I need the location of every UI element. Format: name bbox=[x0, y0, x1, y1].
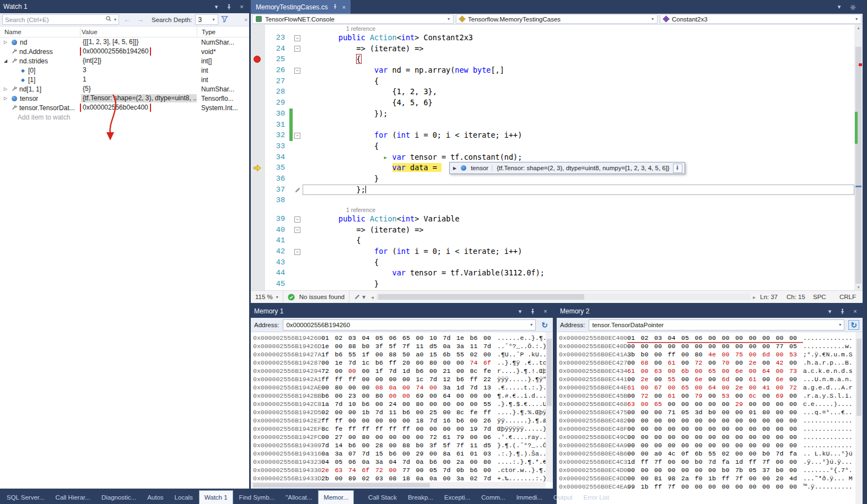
taskbar-tab-watch-1[interactable]: Watch 1 bbox=[199, 490, 233, 504]
code-line-34[interactable]: 34 ▸ var tensor = tf.constant(nd); bbox=[251, 152, 854, 163]
codelens[interactable]: 1 reference bbox=[251, 25, 854, 32]
chevron-down-icon[interactable]: ▾ bbox=[516, 307, 524, 316]
breakpoint-icon[interactable] bbox=[254, 56, 261, 63]
watch-row[interactable]: ▷nd{[[1, 2, 3], [4, 5, 6]]}NumShar... bbox=[0, 37, 249, 47]
code-cleanup-icon[interactable]: ▾ bbox=[349, 293, 370, 301]
memory-row[interactable]: 0x000002556B1942AE00800000080a0074003a1d… bbox=[253, 383, 545, 392]
memory-row[interactable]: 0x000002556B0EC47500000071053db000000180… bbox=[559, 408, 855, 416]
taskbar-tab-autos[interactable]: Autos bbox=[142, 490, 168, 504]
code-line-37[interactable]: 37 }; bbox=[251, 185, 854, 196]
memory-row[interactable]: 0x000002556B0EC4A90000000000000000000000… bbox=[559, 441, 855, 449]
issues-label[interactable]: No issues found bbox=[295, 291, 349, 303]
column-header-type[interactable]: Type bbox=[197, 26, 249, 37]
watch-value[interactable]: {5} bbox=[81, 85, 93, 93]
codelens[interactable]: 1 reference bbox=[251, 206, 854, 214]
memory1-hscrollbar[interactable] bbox=[251, 482, 546, 489]
code-area[interactable]: 1 reference23− public Action<int> Consta… bbox=[251, 25, 863, 290]
memory-row[interactable]: 0x000002556B0EC434610063006b0065006e0064… bbox=[559, 367, 855, 375]
debugger-datatip[interactable]: ▶ tensor {tf.Tensor: shape=(2, 3), dtype… bbox=[449, 162, 685, 174]
refresh-icon[interactable]: ↻ bbox=[540, 321, 550, 329]
watch-value[interactable]: 1 bbox=[81, 75, 88, 84]
memory-row[interactable]: 0x000002556B0EC441002e0055006e006d006100… bbox=[559, 375, 855, 383]
watch-row[interactable]: nd.Address0x000002556b194260void* bbox=[0, 47, 249, 56]
memory-row[interactable]: 0x000002556B0EC4B60000a04c0f6b55020000b0… bbox=[559, 449, 855, 458]
code-line-24[interactable]: 24− => (iterate) => bbox=[251, 44, 854, 55]
memory-row[interactable]: 0x000002556B19433D2b0089020308180a0a003a… bbox=[253, 474, 545, 483]
code-line-39[interactable]: 39− public Action<int> Variable bbox=[251, 214, 854, 225]
memory-row[interactable]: 0x000002556B0EC4270068006100720070002e00… bbox=[559, 359, 855, 367]
breakpoint-gutter[interactable] bbox=[251, 109, 265, 120]
watch-value[interactable]: {[[1, 2, 3], [4, 5, 6]]} bbox=[81, 38, 140, 46]
hscroll-right-icon[interactable]: ▸ bbox=[752, 294, 757, 300]
expander-icon[interactable]: ▶ bbox=[453, 166, 456, 171]
breakpoint-gutter[interactable] bbox=[251, 76, 265, 87]
breakpoint-gutter[interactable] bbox=[251, 195, 265, 206]
code-line-41[interactable]: 41 { bbox=[251, 235, 854, 246]
taskbar-tab-excepti[interactable]: Excepti... bbox=[439, 490, 475, 504]
memory-row[interactable]: 0x000002556B0EC4820000000000000000000000… bbox=[559, 416, 855, 425]
memory-row[interactable]: 0x000002556B0EC44E61006700650064002e0041… bbox=[559, 383, 855, 392]
horizontal-scrollbar[interactable] bbox=[376, 294, 751, 300]
memory2-titlebar[interactable]: Memory 2 ▾ × bbox=[557, 305, 863, 318]
chevron-down-icon[interactable]: ▾ bbox=[835, 3, 843, 11]
taskbar-tab-sql-server[interactable]: SQL Server... bbox=[2, 490, 50, 504]
memory-row[interactable]: 0x000002556B0EC4DD000081982af01bff7f0000… bbox=[559, 474, 855, 483]
taskbar-tab-error-list[interactable]: Error List bbox=[579, 490, 615, 504]
memory1-address-input[interactable]: 0x000002556B194260 ▾ bbox=[283, 319, 536, 330]
expander-icon[interactable]: ▷ bbox=[2, 40, 9, 45]
next-result-button[interactable]: → bbox=[135, 15, 146, 24]
memory-row[interactable]: 0x000002556B0EC49C0000000000000000000000… bbox=[559, 433, 855, 441]
memory1-hex-view[interactable]: 0x000002556B1942600102030405066500107d1e… bbox=[251, 332, 553, 489]
breakpoint-gutter[interactable] bbox=[251, 120, 265, 131]
memory-row[interactable]: 0x000002556B1943230405060a3a047d0ab6002a… bbox=[253, 458, 545, 466]
breakpoint-gutter[interactable] bbox=[251, 65, 265, 76]
search-icon[interactable] bbox=[105, 15, 112, 24]
chevron-down-icon[interactable]: ▾ bbox=[530, 322, 532, 327]
collapse-icon[interactable]: − bbox=[294, 216, 300, 223]
memory2-address-input[interactable]: tensor.TensorDataPointer ▾ bbox=[589, 319, 844, 330]
watch-value[interactable]: {int[2]} bbox=[81, 57, 103, 65]
scrollbar-thumb[interactable] bbox=[547, 339, 552, 406]
taskbar-tab-call-stack[interactable]: Call Stack bbox=[363, 490, 402, 504]
gear-icon[interactable] bbox=[849, 3, 857, 11]
breakpoint-gutter[interactable] bbox=[251, 141, 265, 152]
memory-row[interactable]: 0x000002556B19426D1e0088b03f5f7f11d50a3a… bbox=[253, 342, 545, 350]
toolbar-overflow-icon[interactable]: » bbox=[244, 17, 247, 23]
breakpoint-gutter[interactable] bbox=[251, 279, 265, 290]
pin-icon[interactable] bbox=[225, 3, 233, 11]
scroll-down-icon[interactable]: ▾ bbox=[854, 285, 863, 290]
collapse-icon[interactable]: − bbox=[294, 46, 300, 52]
collapse-icon[interactable]: − bbox=[294, 35, 300, 41]
memory-row[interactable]: 0x000002556B1942D50200001b7d11b60025008c… bbox=[253, 408, 545, 416]
code-line-29[interactable]: 29 {4, 5, 6} bbox=[251, 97, 854, 109]
code-line-42[interactable]: 42− for (int i = 0; i < iterate; i++) bbox=[251, 246, 854, 257]
watch-row[interactable]: ◆[0]3int bbox=[0, 66, 249, 75]
taskbar-tab-diagnostic[interactable]: Diagnostic... bbox=[96, 490, 141, 504]
memory-row[interactable]: 0x000002556B1943097d14b600280088b03f5f7f… bbox=[253, 441, 545, 449]
collapse-icon[interactable]: − bbox=[294, 227, 300, 233]
memory-row[interactable]: 0x000002556B1942FC0027008000000000726179… bbox=[253, 433, 545, 441]
code-line-27[interactable]: 27 { bbox=[251, 76, 854, 87]
watch-value[interactable]: 3 bbox=[81, 66, 88, 74]
chevron-down-icon[interactable]: ▾ bbox=[826, 307, 834, 316]
memory-row[interactable]: 0x000002556B0EC45B0072006100790053006c00… bbox=[559, 392, 855, 400]
watch-row[interactable]: ▷tensor{tf.Tensor: shape=(2, 3), dtype=u… bbox=[0, 94, 249, 103]
taskbar-tab-output[interactable]: Output bbox=[548, 490, 578, 504]
code-line-25[interactable]: 25 { bbox=[251, 54, 854, 65]
search-input[interactable]: Search (Ctrl+E) ▾ bbox=[2, 14, 119, 25]
watch-value[interactable]: 0x000002556b0ec400 bbox=[81, 104, 150, 112]
collapse-icon[interactable]: − bbox=[294, 133, 300, 139]
expander-icon[interactable]: ◢ bbox=[2, 58, 9, 63]
memory-row[interactable]: 0x000002556B1942E2ffff0000000000187d16b6… bbox=[253, 416, 545, 425]
breakpoint-gutter[interactable] bbox=[251, 162, 265, 174]
column-header-name[interactable]: Name bbox=[0, 26, 80, 37]
code-line-32[interactable]: 32− for (int i = 0; i < iterate; i++) bbox=[251, 130, 854, 141]
hscroll-left-icon[interactable]: ◂ bbox=[370, 294, 375, 300]
search-depth-select[interactable]: 3 ▾ bbox=[195, 14, 218, 25]
memory-row[interactable]: 0x000002556B19427A1fb6551f008850a0156b55… bbox=[253, 350, 545, 359]
scrollbar-thumb[interactable] bbox=[378, 294, 584, 300]
close-icon[interactable]: × bbox=[238, 3, 246, 11]
memory-row[interactable]: 0x000002556B0EC40D0000000000000000000000… bbox=[559, 342, 855, 350]
expander-icon[interactable]: ▷ bbox=[2, 86, 9, 91]
zoom-select[interactable]: 115 % ▾ bbox=[251, 291, 283, 303]
